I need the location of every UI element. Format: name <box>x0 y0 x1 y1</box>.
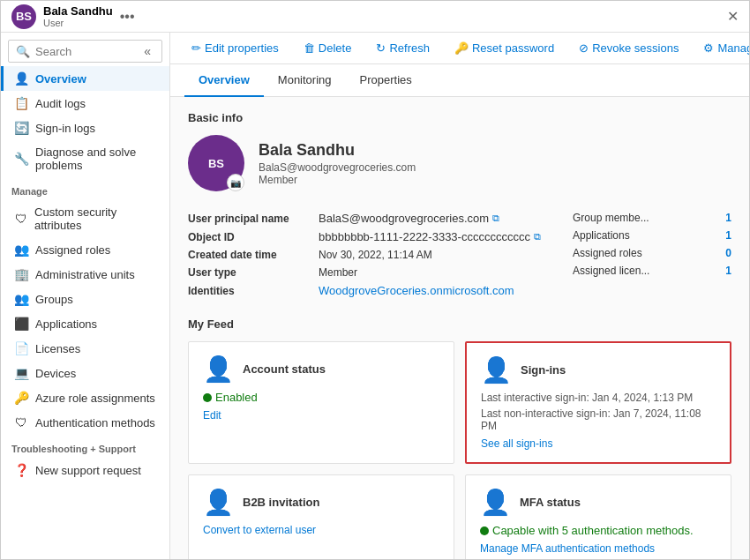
info-table: User principal name BalaS@woodgrovegroce… <box>188 209 555 300</box>
licenses-stat-value[interactable]: 1 <box>725 265 731 277</box>
mfa-icon: 👤 <box>480 488 511 517</box>
tab-monitoring[interactable]: Monitoring <box>264 64 346 97</box>
identities-label: Identities <box>188 285 311 297</box>
sidebar-item-custom-security[interactable]: 🛡 Custom security attributes <box>1 200 169 237</box>
revoke-sessions-button[interactable]: ⊘ Revoke sessions <box>572 38 686 58</box>
applications-stat-value[interactable]: 1 <box>725 229 731 242</box>
sidebar-item-licenses[interactable]: 📄 Licenses <box>1 336 169 361</box>
delete-button[interactable]: 🗑 Delete <box>296 38 359 58</box>
search-input[interactable] <box>35 45 139 58</box>
sidebar-item-sign-in-logs[interactable]: 🔄 Sign-in logs <box>1 116 169 140</box>
sidebar-item-audit-logs[interactable]: 📋 Audit logs <box>1 91 169 116</box>
b2b-title: B2B invitation <box>243 496 319 509</box>
sidebar-label-custom-security: Custom security attributes <box>34 205 159 232</box>
user-type-label: User type <box>188 266 311 279</box>
tabs: Overview Monitoring Properties <box>170 64 749 97</box>
sidebar-item-groups[interactable]: 👥 Groups <box>1 287 169 311</box>
upn-label: User principal name <box>188 213 311 225</box>
created-label: Created date time <box>188 249 311 261</box>
user-header: BS 📷 Bala Sandhu BalaS@woodgrovegrocerie… <box>188 135 731 191</box>
sidebar-item-assigned-roles[interactable]: 👥 Assigned roles <box>1 237 169 262</box>
refresh-button[interactable]: ↻ Refresh <box>369 38 437 58</box>
user-member-type: Member <box>259 174 416 186</box>
sidebar-item-diagnose[interactable]: 🔧 Diagnose and solve problems <box>1 140 169 177</box>
groups-stat-value[interactable]: 1 <box>725 212 731 224</box>
sidebar-label-groups: Groups <box>35 293 73 306</box>
collapse-icon[interactable]: « <box>144 44 151 58</box>
manage-view-button[interactable]: ⚙ Manage view <box>696 38 749 58</box>
object-id-copy-icon[interactable]: ⧉ <box>534 231 541 243</box>
sign-ins-body1: Last interactive sign-in: Jan 4, 2024, 1… <box>481 392 716 404</box>
info-row-upn: User principal name BalaS@woodgrovegroce… <box>188 209 555 228</box>
sign-ins-card: 👤 Sign-ins Last interactive sign-in: Jan… <box>465 341 731 464</box>
diagnose-icon: 🔧 <box>14 152 28 166</box>
feed-grid: 👤 Account status Enabled Edit 👤 Sign-ins <box>188 341 731 559</box>
see-all-sign-ins-link[interactable]: See all sign-ins <box>481 437 716 450</box>
status-enabled-dot <box>203 393 212 402</box>
info-and-stats: User principal name BalaS@woodgrovegroce… <box>188 209 731 300</box>
sidebar-item-devices[interactable]: 💻 Devices <box>1 361 169 385</box>
search-box[interactable]: 🔍 « <box>8 40 162 63</box>
stats-row-groups: Group membe... 1 <box>573 209 731 227</box>
sidebar-label-sign-in-logs: Sign-in logs <box>35 122 95 135</box>
sidebar-item-admin-units[interactable]: 🏢 Administrative units <box>1 262 169 287</box>
info-row-created: Created date time Nov 30, 2022, 11:14 AM <box>188 246 555 264</box>
manage-mfa-link[interactable]: Manage MFA authentication methods <box>480 542 716 555</box>
stats-row-applications: Applications 1 <box>573 227 731 244</box>
account-status-value: Enabled <box>203 391 439 404</box>
applications-stat-label: Applications <box>573 229 630 242</box>
stats-row-roles: Assigned roles 0 <box>573 244 731 262</box>
search-icon: 🔍 <box>16 45 30 58</box>
sign-ins-body2: Last non-interactive sign-in: Jan 7, 202… <box>481 407 716 432</box>
roles-stat-value[interactable]: 0 <box>725 247 731 259</box>
identities-link[interactable]: WoodgroveGroceries.onmicrosoft.com <box>319 284 514 297</box>
close-button[interactable]: ✕ <box>727 8 739 25</box>
user-header-info: Bala Sandhu BalaS@woodgrovegroceries.com… <box>259 141 416 186</box>
licenses-stat-label: Assigned licen... <box>573 265 649 277</box>
info-row-object-id: Object ID bbbbbbbb-1111-2222-3333-cccccc… <box>188 228 555 246</box>
edit-icon: ✏ <box>191 41 201 55</box>
reset-password-icon: 🔑 <box>454 41 469 55</box>
sidebar-label-devices: Devices <box>35 367 76 380</box>
avatar-camera-icon[interactable]: 📷 <box>227 174 244 191</box>
tab-properties[interactable]: Properties <box>346 64 426 97</box>
sign-ins-title: Sign-ins <box>521 363 566 377</box>
account-status-edit-link[interactable]: Edit <box>203 409 439 422</box>
sidebar-item-new-support[interactable]: ❓ New support request <box>1 458 169 482</box>
tab-overview[interactable]: Overview <box>184 64 264 97</box>
sidebar-item-auth-methods[interactable]: 🛡 Authentication methods <box>1 410 169 435</box>
object-id-value: bbbbbbbb-1111-2222-3333-cccccccccccc ⧉ <box>319 230 541 243</box>
manage-view-label: Manage view <box>717 41 749 55</box>
edit-properties-button[interactable]: ✏ Edit properties <box>184 38 286 58</box>
user-avatar: BS 📷 <box>188 135 244 191</box>
title-more-icon[interactable]: ••• <box>120 9 135 25</box>
refresh-icon: ↻ <box>376 41 386 55</box>
mfa-title: MFA status <box>520 496 581 509</box>
applications-icon: ⬛ <box>14 317 28 331</box>
reset-password-button[interactable]: 🔑 Reset password <box>447 38 561 58</box>
sidebar-label-auth-methods: Authentication methods <box>35 416 155 429</box>
manage-view-icon: ⚙ <box>703 41 714 55</box>
object-id-label: Object ID <box>188 231 311 243</box>
revoke-icon: ⊘ <box>579 41 589 55</box>
convert-external-user-link[interactable]: Convert to external user <box>203 524 439 536</box>
assigned-roles-icon: 👥 <box>14 243 28 257</box>
sidebar-label-admin-units: Administrative units <box>35 268 135 281</box>
sidebar-item-azure-roles[interactable]: 🔑 Azure role assignments <box>1 385 169 410</box>
sidebar-item-overview[interactable]: 👤 Overview <box>1 66 169 91</box>
sidebar-item-applications[interactable]: ⬛ Applications <box>1 311 169 336</box>
identities-value: WoodgroveGroceries.onmicrosoft.com <box>319 284 514 297</box>
upn-copy-icon[interactable]: ⧉ <box>492 213 499 224</box>
admin-units-icon: 🏢 <box>14 267 28 281</box>
user-type-value: Member <box>319 266 357 279</box>
sign-ins-icon: 👤 <box>481 355 512 385</box>
delete-icon: 🗑 <box>304 41 315 55</box>
info-row-user-type: User type Member <box>188 264 555 281</box>
revoke-sessions-label: Revoke sessions <box>592 41 679 55</box>
mfa-status-value: Capable with 5 authentication methods. <box>480 524 716 537</box>
edit-properties-label: Edit properties <box>205 41 279 55</box>
manage-section-label: Manage <box>1 177 169 200</box>
sign-ins-header: 👤 Sign-ins <box>481 355 716 385</box>
stats-row-licenses: Assigned licen... 1 <box>573 262 731 280</box>
title-bar: BS Bala Sandhu User ••• ✕ <box>1 1 749 33</box>
